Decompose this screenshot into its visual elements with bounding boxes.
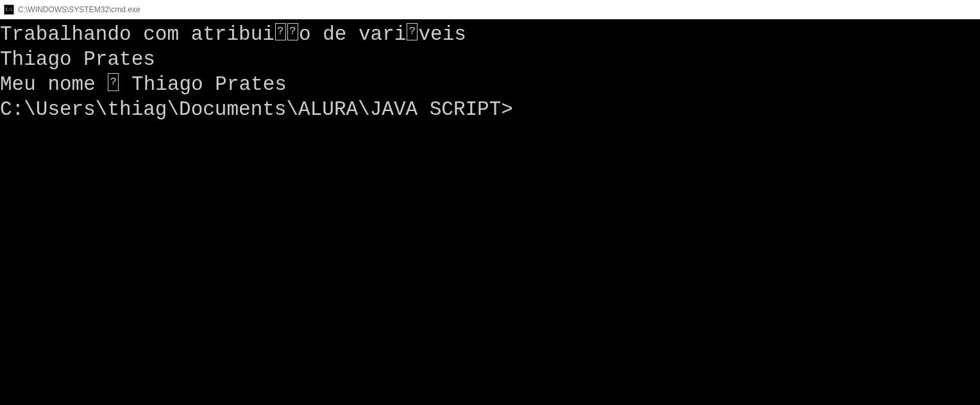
cmd-icon: C:\: [4, 4, 14, 15]
unknown-char-icon: [287, 23, 298, 41]
output-text: veis: [418, 23, 466, 46]
output-text: Meu nome: [0, 73, 107, 96]
output-text: Thiago Prates: [119, 73, 286, 96]
cmd-icon-label: C:\: [5, 8, 12, 12]
unknown-char-icon: [407, 23, 418, 41]
prompt-line: C:\Users\thiag\Documents\ALURA\JAVA SCRI…: [0, 98, 980, 123]
output-line: Meu nome Thiago Prates: [0, 72, 980, 98]
window-titlebar[interactable]: C:\ C:\WINDOWS\SYSTEM32\cmd.exe: [0, 0, 980, 19]
terminal-output[interactable]: Trabalhando com atribuio de variveisThia…: [0, 19, 980, 405]
unknown-char-icon: [275, 23, 286, 41]
window-title: C:\WINDOWS\SYSTEM32\cmd.exe: [18, 5, 140, 14]
output-line: Thiago Prates: [0, 47, 980, 73]
output-text: o de vari: [299, 23, 406, 46]
unknown-char-icon: [108, 73, 119, 91]
output-text: Trabalhando com atribui: [0, 23, 275, 46]
output-line: Trabalhando com atribuio de variveis: [0, 22, 980, 47]
